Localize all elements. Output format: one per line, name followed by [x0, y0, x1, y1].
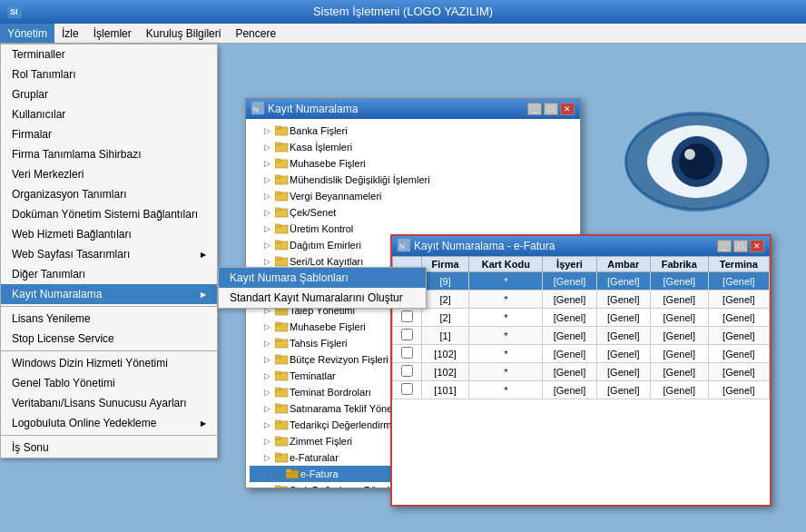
menu-lisans[interactable]: Lisans Yenileme [1, 309, 217, 329]
cell-isyeri: [Genel] [543, 291, 596, 309]
cell-isyeri: [Genel] [543, 381, 596, 399]
table-row[interactable]: [2]*[Genel][Genel][Genel][Genel] [393, 309, 770, 327]
tree-item[interactable]: ▷Banka Fişleri [250, 123, 576, 139]
menu-organizasyon[interactable]: Organizasyon Tanımları [1, 184, 217, 204]
row-checkbox[interactable] [401, 329, 413, 340]
tree-item-label: Üretim Kontrol [290, 223, 353, 234]
menu-firmalar[interactable]: Firmalar [1, 124, 217, 144]
arrow-right-icon: ▶ [201, 251, 206, 259]
svg-rect-35 [275, 322, 280, 325]
table-row[interactable]: [102]*[Genel][Genel][Genel][Genel] [393, 363, 770, 381]
tree-arrow-icon: ▷ [264, 241, 275, 250]
row-checkbox[interactable] [401, 365, 413, 377]
svg-point-5 [679, 143, 715, 180]
tree-item[interactable]: ▷Kasa İşlemleri [250, 139, 576, 155]
cell-termina: [Genel] [708, 309, 769, 327]
table-row[interactable]: [1]*[Genel][Genel][Genel][Genel] [393, 327, 770, 345]
cell-termina: [Genel] [708, 363, 769, 381]
menu-terminaller[interactable]: Terminaller [1, 44, 217, 64]
menu-web-hizmet[interactable]: Web Hizmeti Bağlantıları [1, 224, 217, 244]
menu-dokuman[interactable]: Doküman Yönetim Sistemi Bağlantıları [1, 204, 217, 224]
minimize-button[interactable]: _ [527, 103, 542, 115]
col-firma: Firma [421, 257, 469, 272]
tree-arrow-icon: ▷ [264, 453, 275, 462]
table-row[interactable]: [9]*[Genel][Genel][Genel][Genel] [393, 272, 770, 291]
tree-arrow-icon: ▷ [264, 486, 275, 488]
tree-arrow-icon: ▷ [264, 224, 275, 233]
tree-item[interactable]: ▷Mühendislik Değişikliği İşlemleri [250, 172, 576, 188]
sub-menu-standart[interactable]: Standart Kayıt Numaralarını Oluştur [219, 288, 426, 308]
tree-arrow-icon: ▷ [264, 388, 275, 397]
tree-item-label: Çek/Senet [290, 207, 336, 218]
row-checkbox-cell [393, 309, 422, 327]
table-row[interactable]: [2]*[Genel][Genel][Genel][Genel] [393, 291, 770, 309]
menu-logobuluta[interactable]: Logobuluta Online Yedekleme ▶ [1, 413, 217, 433]
close-button-ef[interactable]: ✕ [750, 240, 764, 252]
cell-fabrika: [Genel] [650, 291, 708, 309]
menu-veri-merkezleri[interactable]: Veri Merkezleri [1, 164, 217, 184]
window-ef-icon: N [398, 239, 410, 254]
cell-firma: [101] [421, 381, 469, 399]
tree-arrow-icon: ▷ [264, 257, 275, 266]
cell-firma: [2] [421, 291, 469, 309]
svg-rect-51 [275, 453, 280, 456]
menu-is-sonu[interactable]: İş Sonu [1, 438, 217, 458]
menu-windows-dizin[interactable]: Windows Dizin Hizmeti Yönetimi [1, 353, 217, 373]
menu-diger[interactable]: Diğer Tanımları [1, 264, 217, 284]
table-row[interactable]: [101]*[Genel][Genel][Genel][Genel] [393, 381, 770, 399]
tree-item[interactable]: ▷Muhasebe Fişleri [250, 155, 576, 172]
table-row[interactable]: [102]*[Genel][Genel][Genel][Genel] [393, 345, 770, 363]
row-checkbox-cell [393, 327, 422, 345]
tree-item-label: Zimmet Fişleri [290, 436, 352, 447]
separator-1 [1, 306, 217, 307]
menu-veritabani[interactable]: Veritabanı/Lisans Sunucusu Ayarları [1, 393, 217, 413]
tree-item[interactable]: ▷Vergi Beyannameleri [250, 188, 576, 204]
row-checkbox[interactable] [401, 383, 413, 395]
cell-isyeri: [Genel] [543, 327, 596, 345]
menu-web-sayfa[interactable]: Web Sayfası Tasarımları ▶ [1, 244, 217, 264]
svg-rect-37 [275, 339, 280, 341]
tree-item[interactable]: ▷Çek/Senet [250, 204, 576, 221]
menu-rol-tanimlari[interactable]: Rol Tanımları [1, 64, 217, 84]
menu-yonetim[interactable]: Yönetim [0, 24, 54, 43]
menu-kurulus[interactable]: Kuruluş Bilgileri [139, 24, 229, 43]
tree-arrow-icon: ▷ [264, 420, 275, 429]
close-button[interactable]: ✕ [560, 103, 575, 115]
table-area: Firma Kart Kodu İşyeri Ambar Fabrika Ter… [392, 256, 770, 505]
tree-arrow-icon: ▷ [264, 192, 275, 201]
tree-arrow-icon: ▷ [264, 322, 275, 331]
cell-termina: [Genel] [708, 272, 769, 291]
tree-arrow-icon: ▷ [264, 355, 275, 364]
cell-fabrika: [Genel] [650, 381, 708, 399]
tree-item-label: Kasa İşlemleri [290, 142, 352, 153]
menu-kayit-num[interactable]: Kayıt Numaralama ▶ [1, 284, 217, 304]
row-checkbox-cell [393, 381, 422, 399]
menu-gruplar[interactable]: Gruplar [1, 84, 217, 104]
row-checkbox[interactable] [401, 310, 413, 322]
svg-rect-39 [275, 355, 280, 358]
menu-izle[interactable]: İzle [54, 24, 86, 43]
menu-stop-license[interactable]: Stop License Service [1, 329, 217, 349]
maximize-button-ef[interactable]: □ [733, 240, 748, 252]
menu-genel-tablo[interactable]: Genel Tablo Yönetimi [1, 373, 217, 393]
cell-termina: [Genel] [708, 291, 769, 309]
svg-rect-17 [275, 175, 280, 178]
menu-pencere[interactable]: Pencere [228, 24, 283, 43]
tree-arrow-icon: ▷ [264, 126, 275, 135]
sub-menu-sablonlar[interactable]: Kayıt Numara Şablonları [219, 268, 426, 288]
col-isyeri: İşyeri [543, 257, 596, 272]
separator-3 [1, 435, 217, 436]
maximize-button[interactable]: □ [544, 103, 558, 115]
cell-fabrika: [Genel] [650, 309, 708, 327]
menu-firma-tanim[interactable]: Firma Tanımlama Sihirbazı [1, 144, 217, 164]
arrow-right-icon-3: ▶ [201, 419, 206, 428]
cell-ambar: [Genel] [596, 327, 650, 345]
tree-arrow-icon: ▷ [264, 159, 275, 168]
menu-kullanicilar[interactable]: Kullanıcılar [1, 104, 217, 124]
menu-islemler[interactable]: İşlemler [86, 24, 139, 43]
svg-rect-45 [275, 404, 280, 407]
minimize-button-ef[interactable]: _ [717, 240, 732, 252]
row-checkbox[interactable] [401, 347, 413, 359]
cell-firma: [9] [421, 272, 469, 291]
svg-rect-43 [275, 388, 280, 390]
